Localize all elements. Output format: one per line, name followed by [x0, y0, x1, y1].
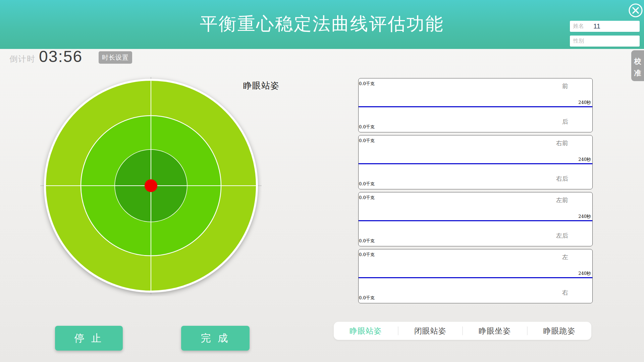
zero-line: [359, 163, 592, 164]
direction-label: 右前: [556, 139, 568, 147]
tab-eyes-open-standing[interactable]: 睁眼站姿: [334, 322, 398, 340]
direction-label: 右后: [556, 175, 568, 183]
tab-eyes-closed-standing[interactable]: 闭眼站姿: [398, 322, 463, 340]
weight-value: 0.0千克: [359, 124, 375, 130]
time-axis-label: 240秒: [578, 270, 591, 277]
balance-target: [40, 75, 262, 296]
calibrate-button[interactable]: 校准: [631, 50, 644, 81]
page-title: 平衡重心稳定法曲线评估功能: [0, 12, 644, 36]
countdown-label: 倒计时: [9, 54, 36, 64]
close-button[interactable]: [628, 3, 643, 18]
circle-x-icon: [628, 3, 643, 18]
direction-label: 后: [562, 118, 568, 126]
center-of-gravity-dot: [145, 179, 157, 192]
direction-label: 前: [562, 82, 568, 90]
gender-field-label: 性别: [570, 38, 584, 45]
weight-value: 0.0千克: [359, 238, 375, 244]
name-field-value: 11: [593, 22, 600, 30]
time-axis-label: 240秒: [578, 214, 591, 220]
countdown-value: 03:56: [39, 47, 83, 66]
zero-line: [359, 220, 592, 221]
tab-eyes-open-kneeling[interactable]: 睁眼跪姿: [528, 322, 592, 340]
gender-field[interactable]: 性别: [570, 36, 640, 47]
weight-value: 0.0千克: [359, 138, 375, 144]
direction-label: 左后: [556, 232, 568, 240]
force-panel-front-back: 0.0千克 前 240秒 后 0.0千克: [358, 78, 593, 132]
direction-label: 左: [562, 253, 568, 261]
weight-value: 0.0千克: [359, 295, 375, 301]
weight-value: 0.0千克: [359, 252, 375, 258]
force-panel-rightfront-rightback: 0.0千克 右前 240秒 右后 0.0千克: [358, 135, 593, 189]
direction-label: 右: [562, 289, 568, 297]
force-panel-left-right: 0.0千克 左 240秒 右 0.0千克: [358, 249, 593, 303]
name-field-label: 姓名: [570, 23, 584, 30]
name-field[interactable]: 姓名 11: [570, 21, 640, 32]
duration-settings-button[interactable]: 时长设置: [99, 51, 132, 64]
force-panel-leftfront-leftback: 0.0千克 左前 240秒 左后 0.0千克: [358, 192, 593, 246]
time-axis-label: 240秒: [578, 100, 591, 106]
zero-line: [359, 106, 592, 107]
tab-eyes-open-sitting[interactable]: 睁眼坐姿: [463, 322, 527, 340]
direction-label: 左前: [556, 196, 568, 204]
header-bar: 平衡重心稳定法曲线评估功能 姓名 11 性别: [0, 0, 644, 49]
finish-button[interactable]: 完 成: [181, 326, 250, 351]
stop-button[interactable]: 停 止: [55, 326, 123, 351]
weight-value: 0.0千克: [359, 181, 375, 187]
zero-line: [359, 277, 592, 278]
weight-value: 0.0千克: [359, 195, 375, 201]
posture-tabbar: 睁眼站姿 闭眼站姿 睁眼坐姿 睁眼跪姿: [334, 322, 591, 340]
time-axis-label: 240秒: [578, 157, 591, 163]
weight-value: 0.0千克: [359, 81, 375, 87]
